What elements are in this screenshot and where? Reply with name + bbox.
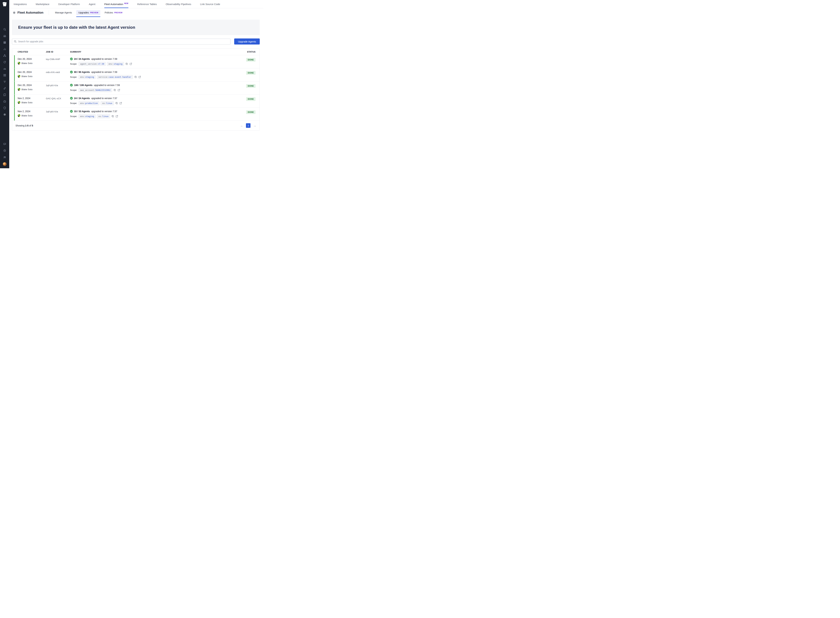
- upgrade-agents-button[interactable]: Upgrade Agents: [234, 39, 260, 45]
- prev-page-icon[interactable]: ←: [240, 124, 243, 127]
- page-title-group: Fleet Automation: [13, 8, 48, 17]
- table-row[interactable]: Nov 2, 2024 Blake Soto 1q0-jdU-lUa 33 / …: [12, 107, 260, 120]
- user-avatar[interactable]: [3, 162, 7, 166]
- fleet-gear-icon[interactable]: [3, 113, 6, 116]
- status-badge: DONE: [246, 58, 256, 62]
- showing-range: 1-5: [25, 124, 28, 127]
- page-number-button[interactable]: 1: [246, 123, 250, 128]
- summary-agents-count: 33 / 33 Agents: [74, 110, 90, 113]
- table-row[interactable]: Dec 20, 2024 Blake Soto 1q0-jdU-lUa 106 …: [12, 81, 260, 94]
- tab-manage-agents[interactable]: Manage Agents: [53, 8, 74, 17]
- scope-tag[interactable]: env:staging: [107, 62, 124, 66]
- scope-tags: aws_account:564622532002: [79, 88, 112, 92]
- summary-text: upgraded to version 7.59: [94, 84, 120, 86]
- created-by: Blake Soto: [18, 75, 46, 77]
- next-page-icon[interactable]: →: [253, 124, 256, 127]
- hero-banner: Ensure your fleet is up to date with the…: [12, 20, 260, 35]
- pipelines-funnel-icon[interactable]: [3, 80, 6, 83]
- synthetics-icon[interactable]: [3, 61, 6, 64]
- copy-icon[interactable]: [125, 62, 128, 65]
- job-id: 1q0-jdU-lUa: [46, 110, 70, 113]
- table-row[interactable]: Dec 20, 2024 Blake Soto m6t-AYK-mk9 80 /…: [12, 68, 260, 81]
- monitors-gauge-icon[interactable]: [3, 67, 6, 70]
- nav-item-observability-pipelines[interactable]: Observability Pipelines: [166, 0, 191, 8]
- created-cell: Dec 20, 2024 Blake Soto: [18, 71, 46, 77]
- search-wrap: [12, 39, 230, 45]
- created-date: Nov 2, 2024: [18, 110, 46, 113]
- owner-avatar: [18, 101, 20, 104]
- status-cell: DONE: [246, 71, 256, 75]
- table-row[interactable]: Dec 20, 2024 Blake Soto toy-CWk-HHP 24 /…: [12, 55, 260, 68]
- scope-tag[interactable]: env:staging: [79, 114, 95, 118]
- help-icon[interactable]: [3, 149, 6, 152]
- chat-icon[interactable]: [3, 143, 6, 146]
- external-link-icon[interactable]: [119, 102, 122, 104]
- external-link-icon[interactable]: [138, 76, 141, 78]
- job-id: m6t-AYK-mk9: [46, 71, 70, 74]
- col-header-status: STATUS: [247, 51, 256, 53]
- logs-book-icon[interactable]: [3, 94, 6, 97]
- scope-tag[interactable]: env:production: [79, 101, 99, 105]
- scope-tag[interactable]: service:case-event-handler: [97, 75, 133, 79]
- scope-tag[interactable]: aws_account:564622532002: [79, 88, 112, 92]
- integrations-blocks-icon[interactable]: [3, 74, 6, 77]
- apm-icon[interactable]: [3, 54, 6, 57]
- scope-tag[interactable]: os:linux: [101, 101, 114, 105]
- created-date: Dec 20, 2024: [18, 84, 46, 86]
- copy-icon[interactable]: [115, 102, 118, 104]
- dashboards-icon[interactable]: [3, 41, 6, 44]
- hero-title: Ensure your fleet is up to date with the…: [18, 25, 135, 30]
- search-input[interactable]: [12, 39, 230, 45]
- tab-upgrades[interactable]: UpgradesPREVIEW: [76, 8, 100, 17]
- showing-total: 5: [32, 124, 33, 127]
- table-footer: Showing 1-5 of 5 ← 1 →: [12, 120, 260, 130]
- datadog-logo[interactable]: [2, 1, 7, 7]
- top-nav: Integrations Marketplace Developer Platf…: [9, 0, 263, 8]
- tab-policies[interactable]: PoliciesPREVIEW: [103, 8, 125, 17]
- summary-cell: 24 / 24 Agents upgraded to version 7.59 …: [70, 58, 241, 66]
- service-connections-icon[interactable]: [3, 87, 6, 90]
- bits-ai-icon[interactable]: [3, 100, 6, 103]
- table-body: Dec 20, 2024 Blake Soto toy-CWk-HHP 24 /…: [12, 55, 260, 120]
- new-badge: NEW: [124, 3, 128, 4]
- nav-item-integrations[interactable]: Integrations: [13, 0, 27, 8]
- copy-icon[interactable]: [134, 76, 137, 78]
- status-badge: DONE: [246, 84, 256, 88]
- external-link-icon[interactable]: [116, 115, 118, 117]
- owner-avatar: [18, 62, 20, 64]
- sidebar-nav: [3, 28, 6, 116]
- security-shield-icon[interactable]: [3, 107, 6, 110]
- summary-cell: 33 / 33 Agents upgraded to version 7.57 …: [70, 110, 241, 118]
- subnav-tabs: Manage Agents UpgradesPREVIEW PoliciesPR…: [53, 8, 124, 17]
- created-date: Dec 20, 2024: [18, 58, 46, 60]
- scope-tag[interactable]: env:staging: [79, 75, 95, 79]
- nav-item-agent[interactable]: Agent: [89, 0, 95, 8]
- nav-item-developer-platform[interactable]: Developer Platform: [58, 0, 80, 8]
- copy-icon[interactable]: [114, 89, 116, 91]
- nav-item-fleet-automation[interactable]: Fleet Automation NEW: [104, 0, 128, 8]
- subnav: Fleet Automation Manage Agents UpgradesP…: [9, 8, 263, 17]
- external-link-icon[interactable]: [117, 89, 120, 91]
- col-header-job-id: JOB ID: [46, 51, 70, 53]
- summary-agents-count: 24 / 24 Agents: [74, 58, 90, 60]
- nav-item-marketplace[interactable]: Marketplace: [36, 0, 49, 8]
- nav-item-reference-tables[interactable]: Reference Tables: [137, 0, 157, 8]
- owner-avatar: [18, 75, 20, 77]
- watchdog-icon[interactable]: [3, 34, 6, 37]
- copy-icon[interactable]: [112, 115, 114, 117]
- metrics-icon[interactable]: [3, 48, 6, 51]
- created-cell: Nov 2, 2024 Blake Soto: [18, 97, 46, 104]
- table-row[interactable]: Nov 2, 2024 Blake Soto GAC-QAL-sCX 24 / …: [12, 94, 260, 107]
- scope-tag[interactable]: agent_version:<7.59: [79, 62, 106, 66]
- nav-item-link-source-code[interactable]: Link Source Code: [200, 0, 220, 8]
- scope-tag[interactable]: os:linux: [97, 114, 110, 118]
- fleet-automation-gear-icon: [13, 11, 16, 14]
- owner-name: Blake Soto: [21, 114, 33, 117]
- external-link-icon[interactable]: [129, 62, 132, 65]
- org-users-icon[interactable]: [3, 156, 6, 159]
- owner-name: Blake Soto: [21, 75, 33, 77]
- search-icon[interactable]: [3, 28, 6, 31]
- main-area: Integrations Marketplace Developer Platf…: [9, 0, 263, 168]
- status-cell: DONE: [246, 84, 256, 88]
- summary-agents-count: 106 / 106 Agents: [74, 84, 92, 86]
